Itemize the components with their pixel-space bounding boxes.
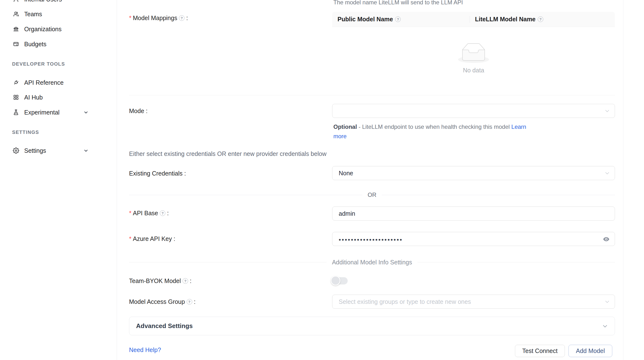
empty-box-icon (458, 43, 489, 63)
chevron-down-icon (604, 298, 610, 305)
team-byok-label: Team-BYOK Model ? : (129, 277, 192, 285)
content-right-border (623, 0, 624, 360)
azure-api-key-label: * Azure API Key : (129, 234, 175, 243)
sidebar-item-label: Internal Users (24, 0, 62, 3)
sidebar-section-developer-tools: DEVELOPER TOOLS (12, 61, 65, 67)
api-base-label: * API Base ? : (129, 209, 169, 217)
help-circle-icon[interactable]: ? (395, 16, 401, 22)
column-divider (470, 16, 470, 23)
table-header-public-model-name: Public Model Name ? (332, 16, 470, 23)
advanced-settings-title: Advanced Settings (136, 322, 193, 330)
sidebar-item-experimental[interactable]: Experimental (0, 107, 117, 118)
test-connect-button[interactable]: Test Connect (515, 345, 565, 357)
sidebar-item-label: Settings (24, 147, 46, 154)
team-byok-toggle[interactable] (331, 276, 349, 286)
sidebar-item-label: API Reference (24, 79, 64, 86)
sidebar-item-internal-users[interactable]: Internal Users (0, 0, 117, 4)
azure-api-key-input[interactable]: ••••••••••••••••••••• (332, 232, 615, 246)
mode-help-text: Optional - LiteLLM endpoint to use when … (334, 122, 527, 141)
sidebar: Internal Users Teams Organizations Budge… (0, 0, 117, 360)
sidebar-item-teams[interactable]: Teams (0, 9, 117, 19)
help-circle-icon[interactable]: ? (182, 278, 188, 284)
or-divider: OR (129, 191, 615, 198)
api-base-input[interactable]: admin (332, 206, 615, 220)
existing-credentials-label: Existing Credentials : (129, 169, 186, 178)
toggle-knob (331, 276, 340, 286)
help-circle-icon[interactable]: ? (187, 299, 192, 304)
grid-icon (13, 94, 19, 100)
sidebar-item-api-reference[interactable]: API Reference (0, 77, 117, 88)
sidebar-section-settings: SETTINGS (12, 130, 39, 135)
existing-credentials-select[interactable]: None (332, 166, 615, 180)
model-access-group-select[interactable]: Select existing groups or type to create… (332, 295, 615, 309)
help-circle-icon[interactable]: ? (179, 15, 184, 21)
table-header-row: Public Model Name ? LiteLLM Model Name ? (332, 12, 615, 27)
model-name-help-text: The model name LiteLLM will send to the … (334, 0, 463, 6)
mode-select[interactable] (332, 104, 615, 118)
need-help-link[interactable]: Need Help? (129, 346, 161, 354)
flask-icon (13, 109, 19, 116)
sidebar-item-label: Budgets (24, 41, 46, 48)
users-icon (13, 11, 19, 17)
sidebar-item-label: Experimental (24, 109, 60, 116)
chevron-down-icon (604, 170, 610, 176)
advanced-settings-panel[interactable]: Advanced Settings (129, 317, 615, 335)
chevron-down-icon (83, 110, 88, 115)
table-header-litellm-model-name: LiteLLM Model Name ? (470, 16, 543, 23)
existing-credentials-value: None (339, 170, 353, 177)
sidebar-item-label: AI Hub (24, 94, 42, 101)
required-asterisk: * (129, 14, 132, 22)
sidebar-item-label: Organizations (24, 26, 62, 33)
credit-card-icon (13, 41, 19, 47)
user-icon (13, 0, 19, 2)
no-data-text: No data (463, 67, 484, 74)
sidebar-item-ai-hub[interactable]: AI Hub (0, 92, 117, 103)
model-access-group-placeholder: Select existing groups or type to create… (339, 298, 471, 305)
model-access-group-label: Model Access Group ? : (129, 298, 196, 306)
section-divider-line (129, 95, 615, 96)
required-asterisk: * (129, 235, 132, 242)
plug-icon (13, 80, 19, 86)
chevron-down-icon (602, 323, 608, 330)
chevron-down-icon (604, 108, 610, 114)
help-circle-icon[interactable]: ? (538, 16, 543, 22)
add-model-button[interactable]: Add Model (568, 345, 612, 357)
help-circle-icon[interactable]: ? (160, 210, 165, 216)
chevron-down-icon (83, 148, 88, 153)
sidebar-item-settings[interactable]: Settings (0, 145, 117, 156)
table-empty-state: No data (332, 27, 615, 90)
additional-info-divider: Additional Model Info Settings (129, 258, 615, 266)
model-mappings-label: * Model Mappings ? : (129, 14, 188, 22)
gear-icon (13, 148, 19, 154)
sidebar-item-label: Teams (24, 11, 42, 18)
masked-password-value: ••••••••••••••••••••• (339, 235, 403, 243)
sidebar-item-budgets[interactable]: Budgets (0, 39, 117, 50)
sidebar-item-organizations[interactable]: Organizations (0, 24, 117, 34)
credentials-note: Either select existing credentials OR en… (129, 150, 326, 157)
mode-label: Mode : (129, 107, 148, 115)
eye-icon[interactable] (602, 236, 610, 243)
bank-icon (13, 26, 19, 32)
required-asterisk: * (129, 210, 132, 217)
api-base-value: admin (339, 210, 355, 217)
model-mappings-table: Public Model Name ? LiteLLM Model Name ?… (332, 12, 615, 90)
